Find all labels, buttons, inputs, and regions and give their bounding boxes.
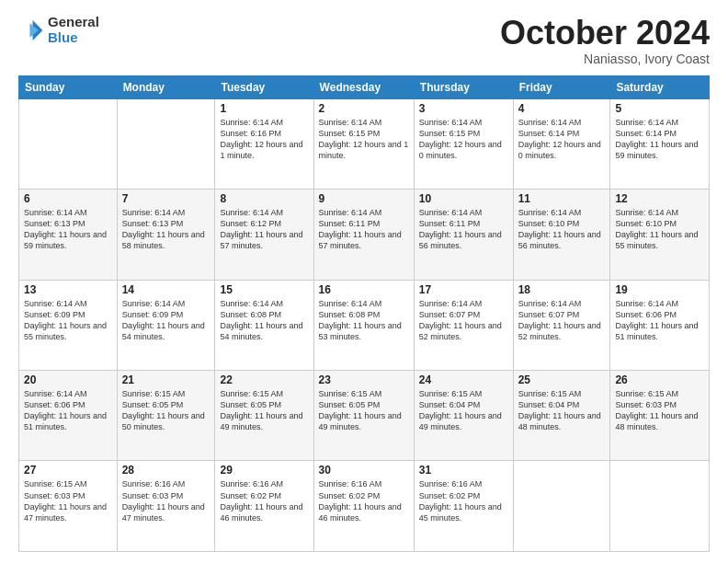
day-number: 7 [122, 192, 210, 205]
header: General Blue October 2024 Naniasso, Ivor… [18, 15, 710, 66]
logo: General Blue [18, 15, 99, 45]
cell-info-text: Sunset: 6:03 PM [122, 490, 210, 501]
cell-info-text: Daylight: 11 hours and 51 minutes. [615, 320, 704, 342]
cell-info-text: Daylight: 11 hours and 46 minutes. [220, 501, 308, 523]
col-header-thursday: Thursday [414, 75, 513, 98]
cell-info-text: Sunrise: 6:14 AM [518, 207, 606, 218]
cell-info-text: Sunrise: 6:14 AM [615, 207, 704, 218]
cell-info-text: Sunrise: 6:14 AM [615, 117, 704, 128]
calendar-cell: 22Sunrise: 6:15 AMSunset: 6:05 PMDayligh… [215, 371, 313, 461]
title-block: October 2024 Naniasso, Ivory Coast [500, 15, 710, 66]
cell-info-text: Sunset: 6:09 PM [24, 309, 112, 320]
day-number: 12 [615, 192, 704, 205]
cell-info-text: Sunset: 6:05 PM [319, 399, 409, 410]
cell-info-text: Sunrise: 6:14 AM [319, 207, 409, 218]
cell-info-text: Sunrise: 6:14 AM [419, 117, 508, 128]
cell-info-text: Daylight: 11 hours and 56 minutes. [518, 229, 606, 251]
page: General Blue October 2024 Naniasso, Ivor… [0, 0, 728, 563]
month-title: October 2024 [500, 15, 710, 52]
cell-info-text: Sunrise: 6:16 AM [419, 478, 508, 489]
cell-info-text: Sunset: 6:05 PM [220, 399, 308, 410]
calendar-header-row: SundayMondayTuesdayWednesdayThursdayFrid… [19, 75, 710, 98]
logo-icon [18, 17, 44, 43]
cell-info-text: Sunset: 6:04 PM [419, 399, 508, 410]
day-number: 18 [518, 283, 606, 296]
day-number: 16 [319, 283, 409, 296]
day-number: 11 [518, 192, 606, 205]
cell-info-text: Sunset: 6:08 PM [220, 309, 308, 320]
day-number: 10 [419, 192, 508, 205]
cell-info-text: Sunset: 6:15 PM [319, 128, 409, 139]
cell-info-text: Daylight: 11 hours and 45 minutes. [419, 501, 508, 523]
cell-info-text: Sunrise: 6:14 AM [220, 117, 308, 128]
cell-info-text: Sunset: 6:03 PM [24, 490, 112, 501]
cell-info-text: Sunrise: 6:14 AM [220, 207, 308, 218]
cell-info-text: Sunrise: 6:15 AM [518, 388, 606, 399]
cell-info-text: Sunrise: 6:15 AM [615, 388, 704, 399]
cell-info-text: Sunrise: 6:15 AM [419, 388, 508, 399]
col-header-sunday: Sunday [19, 75, 118, 98]
day-number: 26 [615, 373, 704, 386]
cell-info-text: Sunset: 6:15 PM [419, 128, 508, 139]
cell-info-text: Daylight: 11 hours and 57 minutes. [220, 229, 308, 251]
day-number: 29 [220, 464, 308, 477]
day-number: 31 [419, 464, 508, 477]
col-header-monday: Monday [117, 75, 215, 98]
cell-info-text: Sunset: 6:11 PM [419, 218, 508, 229]
calendar-cell: 17Sunrise: 6:14 AMSunset: 6:07 PMDayligh… [414, 280, 513, 370]
calendar-cell: 8Sunrise: 6:14 AMSunset: 6:12 PMDaylight… [215, 190, 313, 280]
cell-info-text: Sunrise: 6:14 AM [419, 207, 508, 218]
day-number: 23 [319, 373, 409, 386]
cell-info-text: Daylight: 11 hours and 51 minutes. [24, 410, 112, 432]
cell-info-text: Daylight: 11 hours and 58 minutes. [122, 229, 210, 251]
calendar-table: SundayMondayTuesdayWednesdayThursdayFrid… [18, 75, 710, 552]
day-number: 17 [419, 283, 508, 296]
cell-info-text: Sunrise: 6:14 AM [518, 117, 606, 128]
cell-info-text: Sunrise: 6:14 AM [122, 207, 210, 218]
col-header-wednesday: Wednesday [313, 75, 414, 98]
calendar-cell: 3Sunrise: 6:14 AMSunset: 6:15 PMDaylight… [414, 98, 513, 189]
calendar-cell: 14Sunrise: 6:14 AMSunset: 6:09 PMDayligh… [117, 280, 215, 370]
cell-info-text: Sunset: 6:12 PM [220, 218, 308, 229]
cell-info-text: Daylight: 11 hours and 47 minutes. [122, 501, 210, 523]
cell-info-text: Sunrise: 6:14 AM [319, 298, 409, 309]
cell-info-text: Sunset: 6:11 PM [319, 218, 409, 229]
cell-info-text: Sunrise: 6:14 AM [220, 298, 308, 309]
calendar-cell: 18Sunrise: 6:14 AMSunset: 6:07 PMDayligh… [513, 280, 610, 370]
day-number: 2 [319, 102, 409, 115]
cell-info-text: Sunset: 6:08 PM [319, 309, 409, 320]
cell-info-text: Daylight: 12 hours and 1 minute. [220, 139, 308, 161]
cell-info-text: Sunrise: 6:16 AM [220, 478, 308, 489]
calendar-cell: 6Sunrise: 6:14 AMSunset: 6:13 PMDaylight… [19, 190, 118, 280]
cell-info-text: Sunset: 6:13 PM [122, 218, 210, 229]
cell-info-text: Sunrise: 6:16 AM [319, 478, 409, 489]
calendar-week-row: 20Sunrise: 6:14 AMSunset: 6:06 PMDayligh… [19, 371, 710, 461]
col-header-tuesday: Tuesday [215, 75, 313, 98]
cell-info-text: Sunset: 6:07 PM [419, 309, 508, 320]
cell-info-text: Sunset: 6:06 PM [615, 309, 704, 320]
calendar-cell: 29Sunrise: 6:16 AMSunset: 6:02 PMDayligh… [215, 461, 313, 552]
calendar-cell: 7Sunrise: 6:14 AMSunset: 6:13 PMDaylight… [117, 190, 215, 280]
cell-info-text: Sunset: 6:02 PM [319, 490, 409, 501]
cell-info-text: Daylight: 11 hours and 49 minutes. [319, 410, 409, 432]
day-number: 4 [518, 102, 606, 115]
cell-info-text: Daylight: 12 hours and 0 minutes. [518, 139, 606, 161]
day-number: 20 [24, 373, 112, 386]
cell-info-text: Daylight: 11 hours and 48 minutes. [518, 410, 606, 432]
calendar-cell: 16Sunrise: 6:14 AMSunset: 6:08 PMDayligh… [313, 280, 414, 370]
cell-info-text: Sunset: 6:03 PM [615, 399, 704, 410]
cell-info-text: Sunset: 6:10 PM [615, 218, 704, 229]
col-header-saturday: Saturday [610, 75, 710, 98]
cell-info-text: Sunrise: 6:14 AM [24, 298, 112, 309]
day-number: 1 [220, 102, 308, 115]
cell-info-text: Sunset: 6:07 PM [518, 309, 606, 320]
day-number: 24 [419, 373, 508, 386]
day-number: 9 [319, 192, 409, 205]
cell-info-text: Daylight: 11 hours and 47 minutes. [24, 501, 112, 523]
calendar-cell: 31Sunrise: 6:16 AMSunset: 6:02 PMDayligh… [414, 461, 513, 552]
logo-general-label: General [48, 15, 99, 30]
cell-info-text: Sunrise: 6:15 AM [24, 478, 112, 489]
cell-info-text: Sunrise: 6:14 AM [24, 388, 112, 399]
cell-info-text: Daylight: 11 hours and 54 minutes. [122, 320, 210, 342]
day-number: 3 [419, 102, 508, 115]
